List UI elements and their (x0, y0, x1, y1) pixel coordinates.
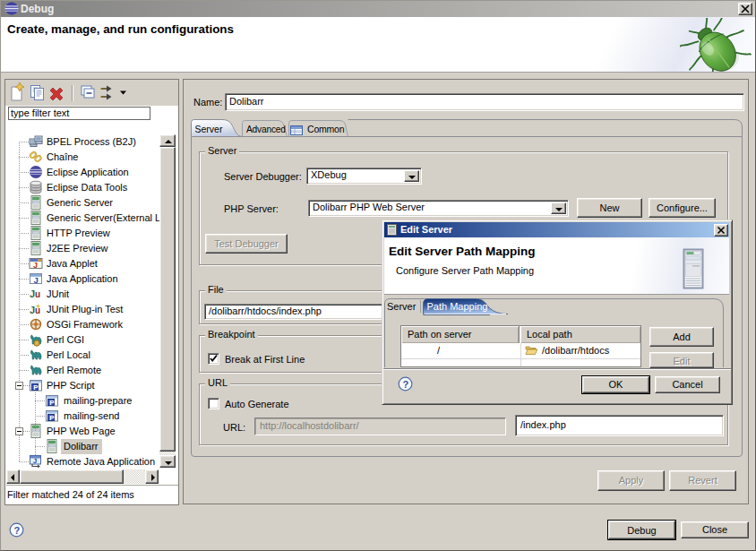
svg-text:J: J (33, 261, 38, 270)
svg-text:?: ? (14, 525, 21, 536)
svg-text:P: P (49, 414, 55, 422)
svg-text:Path Mapping: Path Mapping (427, 301, 488, 312)
svg-text:Server: Server (387, 301, 417, 312)
svg-text:J: J (34, 275, 39, 285)
svg-text:u: u (35, 289, 40, 299)
svg-text:?: ? (403, 379, 409, 390)
svg-text:P: P (49, 399, 55, 407)
svg-text:P: P (33, 383, 39, 392)
